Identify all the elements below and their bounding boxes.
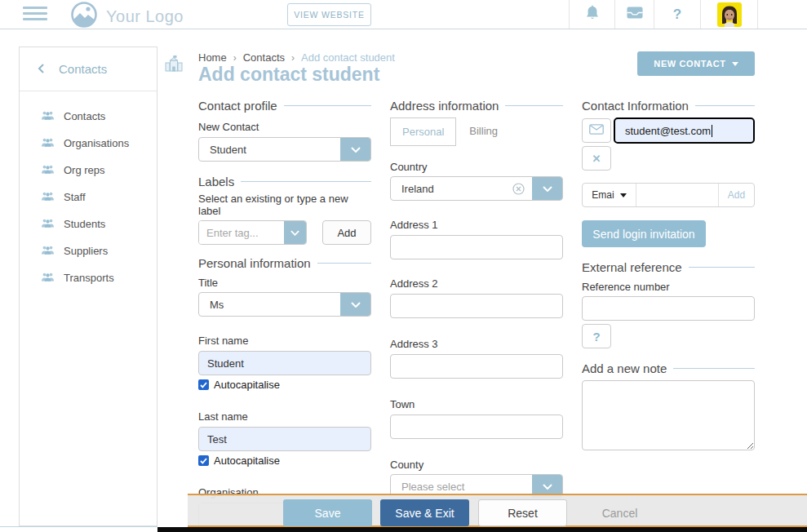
chevron-down-icon[interactable] bbox=[340, 138, 370, 161]
town-label: Town bbox=[390, 398, 563, 410]
heading-text: Personal information bbox=[198, 256, 311, 270]
personal-information-heading: Personal information bbox=[198, 256, 371, 270]
people-group-icon bbox=[42, 137, 54, 149]
caret-down-icon bbox=[732, 62, 738, 69]
logo-mark-icon bbox=[70, 1, 98, 32]
email-row: student@test.com bbox=[582, 117, 755, 144]
header-spacer bbox=[757, 0, 807, 29]
heading-text: Labels bbox=[198, 175, 234, 188]
sidebar-item-suppliers[interactable]: Suppliers bbox=[20, 237, 157, 264]
logo[interactable]: Your Logo bbox=[70, 1, 184, 32]
sidebar-collapse-header[interactable]: Contacts bbox=[20, 47, 157, 91]
help-button[interactable]: ? bbox=[654, 0, 700, 29]
sidebar-item-label: Contacts bbox=[64, 110, 105, 122]
sidebar-item-students[interactable]: Students bbox=[20, 211, 157, 237]
question-mark-icon: ? bbox=[592, 330, 600, 344]
sidebar-item-staff[interactable]: Staff bbox=[20, 184, 157, 211]
sidebar-item-label: Org reps bbox=[64, 164, 105, 176]
tag-select bbox=[198, 220, 307, 245]
school-building-icon[interactable] bbox=[165, 55, 184, 73]
email-type-button[interactable] bbox=[582, 118, 611, 143]
sidebar-item-org-reps[interactable]: Org reps bbox=[20, 157, 157, 184]
save-and-exit-button[interactable]: Save & Exit bbox=[380, 499, 469, 526]
chevron-down-icon[interactable] bbox=[340, 293, 370, 316]
contact-profile-heading: Contact profile bbox=[198, 99, 371, 113]
people-group-icon bbox=[42, 191, 54, 203]
people-group-icon bbox=[42, 218, 54, 230]
reset-button[interactable]: Reset bbox=[478, 499, 567, 526]
new-contact-button-label: NEW CONTACT bbox=[654, 59, 725, 69]
sidebar-item-label: Suppliers bbox=[64, 245, 108, 257]
new-note-textarea[interactable] bbox=[582, 380, 755, 450]
chevron-left-icon bbox=[38, 62, 44, 76]
people-group-icon bbox=[42, 272, 54, 284]
last-name-input[interactable] bbox=[198, 427, 371, 451]
add-contact-method-button[interactable]: Add bbox=[718, 184, 754, 206]
bottom-left-divider bbox=[0, 526, 157, 527]
select-arrow-icon bbox=[620, 193, 627, 201]
contact-type-select[interactable]: Emai bbox=[583, 184, 636, 206]
heading-text: Contact Information bbox=[582, 99, 689, 113]
breadcrumb: Home › Contacts › Add contact student bbox=[198, 51, 395, 64]
country-label: Country bbox=[390, 161, 563, 173]
address-information-column: Address information Personal Billing Cou… bbox=[390, 99, 563, 532]
reference-number-input[interactable] bbox=[582, 296, 755, 321]
new-contact-type-select[interactable]: Student bbox=[198, 137, 371, 162]
checkbox-checked-icon[interactable] bbox=[198, 455, 209, 466]
hamburger-menu-icon[interactable] bbox=[23, 7, 47, 23]
envelope-icon bbox=[589, 123, 604, 138]
title-label: Title bbox=[198, 277, 371, 289]
save-button[interactable]: Save bbox=[283, 499, 372, 526]
breadcrumb-separator-icon: › bbox=[291, 52, 295, 64]
inbox-button[interactable] bbox=[614, 0, 654, 29]
checkbox-checked-icon[interactable] bbox=[198, 379, 209, 390]
address3-label: Address 3 bbox=[390, 338, 563, 350]
send-login-invitation-button[interactable]: Send login invitation bbox=[582, 220, 706, 247]
tag-input[interactable] bbox=[199, 221, 284, 244]
people-group-icon bbox=[42, 110, 54, 122]
tab-personal[interactable]: Personal bbox=[390, 117, 456, 146]
breadcrumb-home[interactable]: Home bbox=[198, 51, 227, 64]
country-value: Ireland bbox=[391, 183, 512, 195]
sidebar-item-organisations[interactable]: Organisations bbox=[20, 130, 157, 157]
people-group-icon bbox=[42, 245, 54, 257]
people-group-icon bbox=[42, 164, 54, 176]
breadcrumb-current: Add contact student bbox=[301, 51, 395, 64]
address2-input[interactable] bbox=[390, 294, 563, 318]
town-input[interactable] bbox=[390, 415, 563, 439]
sidebar-item-transports[interactable]: Transports bbox=[20, 264, 157, 291]
new-contact-button[interactable]: NEW CONTACT bbox=[637, 51, 755, 76]
tag-row: Add bbox=[198, 220, 371, 245]
remove-email-button[interactable]: ✕ bbox=[582, 146, 611, 171]
tab-billing[interactable]: Billing bbox=[456, 117, 511, 146]
county-label: County bbox=[390, 459, 563, 471]
country-select[interactable]: Ireland bbox=[390, 176, 563, 201]
breadcrumb-contacts[interactable]: Contacts bbox=[243, 51, 285, 64]
reference-help-button[interactable]: ? bbox=[582, 324, 611, 348]
sidebar-item-label: Students bbox=[64, 218, 105, 230]
labels-hint: Select an existing or type a new label bbox=[198, 193, 371, 217]
user-menu-button[interactable] bbox=[700, 0, 757, 29]
view-website-button[interactable]: VIEW WEBSITE bbox=[287, 3, 371, 26]
contact-information-heading: Contact Information bbox=[582, 99, 755, 113]
address1-input[interactable] bbox=[390, 235, 563, 259]
email-input[interactable]: student@test.com bbox=[614, 117, 755, 144]
address1-label: Address 1 bbox=[390, 219, 563, 231]
add-tag-button[interactable]: Add bbox=[322, 220, 371, 245]
address3-input[interactable] bbox=[390, 354, 563, 379]
sidebar-title: Contacts bbox=[59, 62, 107, 76]
clear-selection-icon[interactable] bbox=[512, 183, 525, 195]
sidebar-item-contacts[interactable]: Contacts bbox=[20, 103, 157, 130]
contact-method-input[interactable] bbox=[636, 184, 718, 206]
autocapitalise-label: Autocapitalise bbox=[214, 379, 280, 391]
title-select[interactable]: Ms bbox=[198, 292, 371, 317]
notifications-button[interactable] bbox=[569, 0, 614, 29]
reference-number-label: Reference number bbox=[582, 281, 755, 293]
chevron-down-icon[interactable] bbox=[532, 177, 562, 200]
contact-information-column: Contact Information student@test.com ✕ bbox=[582, 99, 755, 454]
new-contact-type-label: New Contact bbox=[198, 121, 371, 133]
chevron-down-icon[interactable] bbox=[284, 221, 306, 244]
cancel-button[interactable]: Cancel bbox=[575, 499, 664, 526]
first-name-input[interactable] bbox=[198, 351, 371, 375]
labels-heading: Labels bbox=[198, 175, 371, 188]
